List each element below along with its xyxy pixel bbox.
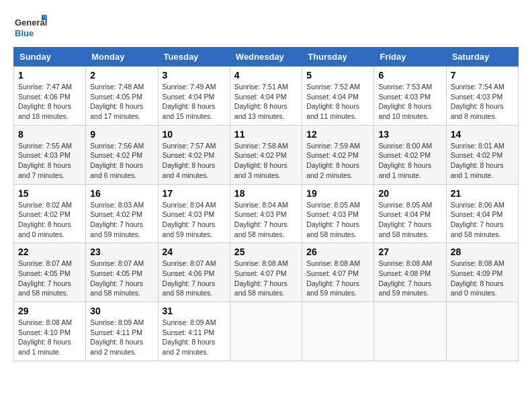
- calendar-cell: 31Sunrise: 8:09 AMSunset: 4:11 PMDayligh…: [158, 302, 230, 361]
- calendar-cell: 26Sunrise: 8:08 AMSunset: 4:07 PMDayligh…: [302, 243, 374, 302]
- day-number: 16: [90, 188, 153, 199]
- calendar-cell: 10Sunrise: 7:57 AMSunset: 4:02 PMDayligh…: [158, 125, 230, 184]
- day-number: 29: [18, 306, 81, 316]
- day-number: 20: [378, 188, 441, 199]
- day-number: 9: [90, 129, 153, 140]
- day-number: 17: [163, 188, 226, 199]
- page-header: General Blue: [13, 13, 519, 40]
- day-number: 5: [306, 70, 369, 81]
- day-number: 2: [90, 70, 153, 81]
- day-number: 3: [163, 70, 226, 81]
- day-detail: Sunrise: 8:00 AMSunset: 4:02 PMDaylight:…: [378, 141, 441, 181]
- calendar-cell: 19Sunrise: 8:05 AMSunset: 4:03 PMDayligh…: [302, 184, 374, 243]
- day-number: 21: [451, 188, 514, 199]
- calendar-cell: 18Sunrise: 8:04 AMSunset: 4:03 PMDayligh…: [230, 184, 302, 243]
- calendar-cell: 3Sunrise: 7:49 AMSunset: 4:04 PMDaylight…: [158, 66, 230, 126]
- calendar-cell: 9Sunrise: 7:56 AMSunset: 4:02 PMDaylight…: [86, 125, 158, 184]
- calendar-cell: 13Sunrise: 8:00 AMSunset: 4:02 PMDayligh…: [374, 125, 446, 184]
- day-detail: Sunrise: 7:51 AMSunset: 4:04 PMDaylight:…: [234, 82, 298, 122]
- header-sunday: Sunday: [14, 48, 86, 66]
- day-number: 12: [306, 129, 369, 140]
- header-thursday: Thursday: [302, 48, 374, 66]
- day-detail: Sunrise: 8:05 AMSunset: 4:04 PMDaylight:…: [378, 200, 441, 240]
- header-friday: Friday: [374, 48, 446, 66]
- calendar-cell: [374, 302, 446, 361]
- calendar-table: SundayMondayTuesdayWednesdayThursdayFrid…: [13, 47, 519, 361]
- calendar-cell: 6Sunrise: 7:53 AMSunset: 4:03 PMDaylight…: [374, 66, 446, 126]
- day-number: 25: [234, 246, 298, 257]
- day-detail: Sunrise: 8:01 AMSunset: 4:02 PMDaylight:…: [451, 141, 514, 181]
- day-detail: Sunrise: 8:08 AMSunset: 4:07 PMDaylight:…: [234, 259, 298, 298]
- calendar-cell: 12Sunrise: 7:59 AMSunset: 4:02 PMDayligh…: [302, 125, 374, 184]
- day-detail: Sunrise: 8:07 AMSunset: 4:05 PMDaylight:…: [18, 259, 81, 298]
- calendar-cell: 7Sunrise: 7:54 AMSunset: 4:03 PMDaylight…: [446, 66, 518, 126]
- day-detail: Sunrise: 7:56 AMSunset: 4:02 PMDaylight:…: [90, 141, 153, 181]
- day-detail: Sunrise: 7:54 AMSunset: 4:03 PMDaylight:…: [451, 82, 514, 122]
- calendar-cell: [446, 302, 518, 361]
- calendar-cell: 29Sunrise: 8:08 AMSunset: 4:10 PMDayligh…: [14, 302, 86, 361]
- day-number: 11: [234, 129, 298, 140]
- day-number: 7: [451, 70, 514, 81]
- calendar-cell: 28Sunrise: 8:08 AMSunset: 4:09 PMDayligh…: [446, 243, 518, 302]
- day-detail: Sunrise: 8:09 AMSunset: 4:11 PMDaylight:…: [90, 318, 153, 357]
- svg-text:Blue: Blue: [15, 28, 34, 38]
- day-detail: Sunrise: 7:52 AMSunset: 4:04 PMDaylight:…: [306, 82, 369, 122]
- calendar-cell: 22Sunrise: 8:07 AMSunset: 4:05 PMDayligh…: [14, 243, 86, 302]
- calendar-cell: 30Sunrise: 8:09 AMSunset: 4:11 PMDayligh…: [86, 302, 158, 361]
- calendar-cell: 24Sunrise: 8:07 AMSunset: 4:06 PMDayligh…: [158, 243, 230, 302]
- calendar-week-row: 22Sunrise: 8:07 AMSunset: 4:05 PMDayligh…: [14, 243, 519, 302]
- day-detail: Sunrise: 8:08 AMSunset: 4:07 PMDaylight:…: [306, 259, 369, 298]
- day-detail: Sunrise: 7:59 AMSunset: 4:02 PMDaylight:…: [306, 141, 369, 181]
- calendar-header-row: SundayMondayTuesdayWednesdayThursdayFrid…: [14, 48, 519, 66]
- day-detail: Sunrise: 8:04 AMSunset: 4:03 PMDaylight:…: [163, 200, 226, 240]
- day-detail: Sunrise: 8:02 AMSunset: 4:02 PMDaylight:…: [18, 200, 81, 240]
- day-number: 22: [18, 246, 81, 257]
- calendar-week-row: 8Sunrise: 7:55 AMSunset: 4:03 PMDaylight…: [14, 125, 519, 184]
- header-tuesday: Tuesday: [158, 48, 230, 66]
- calendar-week-row: 1Sunrise: 7:47 AMSunset: 4:06 PMDaylight…: [14, 66, 519, 126]
- day-number: 23: [90, 246, 153, 257]
- day-detail: Sunrise: 8:07 AMSunset: 4:05 PMDaylight:…: [90, 259, 153, 298]
- calendar-cell: 1Sunrise: 7:47 AMSunset: 4:06 PMDaylight…: [14, 66, 86, 126]
- calendar-cell: 17Sunrise: 8:04 AMSunset: 4:03 PMDayligh…: [158, 184, 230, 243]
- day-detail: Sunrise: 8:09 AMSunset: 4:11 PMDaylight:…: [163, 318, 226, 357]
- calendar-cell: 20Sunrise: 8:05 AMSunset: 4:04 PMDayligh…: [374, 184, 446, 243]
- day-number: 26: [306, 246, 369, 257]
- day-number: 8: [18, 129, 81, 140]
- calendar-week-row: 29Sunrise: 8:08 AMSunset: 4:10 PMDayligh…: [14, 302, 519, 361]
- day-detail: Sunrise: 7:55 AMSunset: 4:03 PMDaylight:…: [18, 141, 81, 181]
- day-number: 10: [163, 129, 226, 140]
- day-number: 19: [306, 188, 369, 199]
- day-number: 27: [378, 246, 441, 257]
- calendar-cell: 16Sunrise: 8:03 AMSunset: 4:02 PMDayligh…: [86, 184, 158, 243]
- day-detail: Sunrise: 8:08 AMSunset: 4:09 PMDaylight:…: [451, 259, 514, 298]
- calendar-cell: 2Sunrise: 7:48 AMSunset: 4:05 PMDaylight…: [86, 66, 158, 126]
- day-number: 24: [163, 246, 226, 257]
- day-detail: Sunrise: 8:07 AMSunset: 4:06 PMDaylight:…: [163, 259, 226, 298]
- calendar-cell: 15Sunrise: 8:02 AMSunset: 4:02 PMDayligh…: [14, 184, 86, 243]
- day-number: 1: [18, 70, 81, 81]
- day-detail: Sunrise: 8:08 AMSunset: 4:10 PMDaylight:…: [18, 318, 81, 357]
- day-number: 15: [18, 188, 81, 199]
- day-number: 6: [378, 70, 441, 81]
- calendar-cell: 4Sunrise: 7:51 AMSunset: 4:04 PMDaylight…: [230, 66, 302, 126]
- day-number: 30: [90, 306, 153, 316]
- day-detail: Sunrise: 8:06 AMSunset: 4:04 PMDaylight:…: [451, 200, 514, 240]
- day-number: 28: [451, 246, 514, 257]
- day-detail: Sunrise: 7:49 AMSunset: 4:04 PMDaylight:…: [163, 82, 226, 122]
- day-number: 31: [163, 306, 226, 316]
- day-detail: Sunrise: 7:47 AMSunset: 4:06 PMDaylight:…: [18, 82, 81, 122]
- calendar-cell: 23Sunrise: 8:07 AMSunset: 4:05 PMDayligh…: [86, 243, 158, 302]
- calendar-cell: 27Sunrise: 8:08 AMSunset: 4:08 PMDayligh…: [374, 243, 446, 302]
- calendar-week-row: 15Sunrise: 8:02 AMSunset: 4:02 PMDayligh…: [14, 184, 519, 243]
- calendar-cell: 25Sunrise: 8:08 AMSunset: 4:07 PMDayligh…: [230, 243, 302, 302]
- logo: General Blue: [13, 13, 47, 40]
- day-number: 13: [378, 129, 441, 140]
- day-detail: Sunrise: 7:58 AMSunset: 4:02 PMDaylight:…: [234, 141, 298, 181]
- day-detail: Sunrise: 7:48 AMSunset: 4:05 PMDaylight:…: [90, 82, 153, 122]
- logo-svg: General Blue: [13, 13, 47, 40]
- header-wednesday: Wednesday: [230, 48, 302, 66]
- day-detail: Sunrise: 8:03 AMSunset: 4:02 PMDaylight:…: [90, 200, 153, 240]
- calendar-cell: 14Sunrise: 8:01 AMSunset: 4:02 PMDayligh…: [446, 125, 518, 184]
- calendar-cell: 8Sunrise: 7:55 AMSunset: 4:03 PMDaylight…: [14, 125, 86, 184]
